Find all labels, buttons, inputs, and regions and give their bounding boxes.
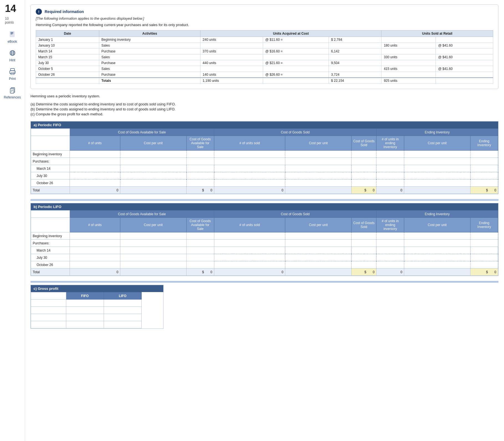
table-row-totals: Totals 1,190 units $ 22,154 925 units: [36, 78, 493, 84]
sidebar-item-references[interactable]: References: [4, 86, 21, 99]
lifo-row-oct26: October 26: [31, 261, 498, 268]
questions-list: (a) Determine the costs assigned to endi…: [30, 102, 498, 116]
hint-label: Hint: [9, 58, 15, 62]
points-label: 10 points: [0, 17, 25, 24]
sidebar-item-ebook[interactable]: eBook: [7, 30, 17, 44]
table-row: March 15 Sales 330 units @ $41.60: [36, 54, 493, 60]
svg-rect-9: [11, 69, 14, 71]
gp-row-4-yellow: [31, 321, 142, 328]
sidebar-item-print[interactable]: Print: [8, 67, 17, 81]
lifo-h-cgs: Cost of GoodsSold: [352, 218, 376, 232]
blue-divider-1: [30, 199, 498, 201]
info-box: ! Required information [The following in…: [30, 4, 498, 89]
book-icon: [8, 30, 17, 39]
fifo-col-group2: Cost of Goods Sold: [214, 129, 376, 136]
question-a: (a) Determine the costs assigned to endi…: [30, 102, 498, 106]
lifo-table: Cost of Goods Available for Sale Cost of…: [31, 210, 498, 276]
gp-fifo-header: FIFO: [66, 292, 104, 300]
lifo-col-group2: Cost of Goods Sold: [214, 211, 376, 218]
lifo-h-cpu3: Cost per unit: [404, 218, 470, 232]
lifo-row-total: Total 0 $ 0 0 $ 0 0 $ 0: [31, 268, 498, 276]
svg-rect-2: [11, 33, 13, 34]
lifo-row-july30: July 30: [31, 254, 498, 261]
page-wrapper: 14 10 points eBook: [0, 0, 504, 441]
fifo-col-group3: Ending Inventory: [376, 129, 498, 136]
svg-point-12: [14, 72, 14, 72]
fifo-row-july30: July 30: [31, 172, 498, 179]
gp-row-1: [31, 300, 142, 307]
references-label: References: [4, 95, 21, 99]
lifo-h-units: # of units: [70, 218, 120, 232]
gp-row-2: [31, 307, 142, 314]
table-row: October 5 Sales 415 units @ $41.60: [36, 66, 493, 72]
question-c: (c) Compute the gross profit for each me…: [30, 112, 498, 116]
col-activities: Activities: [99, 31, 200, 37]
table-row: January 10 Sales 180 units @ $41.60: [36, 43, 493, 49]
fifo-h-units-sold: # of units sold: [214, 136, 285, 151]
col-units-sold: Units Sold at Retail: [381, 31, 493, 37]
fifo-table: Cost of Goods Available for Sale Cost of…: [31, 128, 498, 194]
fifo-h-cpu2: Cost per unit: [285, 136, 352, 151]
table-row: October 26 Purchase 140 units @ $26.60 =…: [36, 72, 493, 78]
fifo-section: a) Periodic FIFO Cost of Goods Available…: [30, 121, 498, 194]
globe-icon: [8, 49, 17, 57]
page-number: 14: [0, 3, 25, 14]
lifo-h-ei: Ending Inventory: [470, 218, 498, 232]
lifo-col-group1: Cost of Goods Available for Sale: [70, 211, 214, 218]
col-units-acquired: Units Acquired at Cost: [200, 31, 381, 37]
gross-profit-title: c) Gross profit: [31, 285, 163, 292]
print-icon: [8, 67, 17, 76]
main-content: ! Required information [The following in…: [25, 0, 504, 441]
fifo-row-purchases-header: Purchases:: [31, 158, 498, 165]
fifo-row-oct26: October 26: [31, 179, 498, 187]
left-sidebar: 14 10 points eBook: [0, 0, 25, 441]
fifo-col-group1: Cost of Goods Available for Sale: [70, 129, 214, 136]
fifo-h-units: # of units: [70, 136, 120, 151]
lifo-title: b) Periodic LIFO: [31, 203, 498, 210]
periodic-note: Hemming uses a periodic inventory system…: [30, 94, 498, 98]
lifo-row-march14: March 14: [31, 247, 498, 254]
fifo-row-march14: March 14: [31, 165, 498, 172]
lifo-section: b) Periodic LIFO Cost of Goods Available…: [30, 203, 498, 276]
fifo-h-cpu3: Cost per unit: [404, 136, 470, 151]
info-icon: !: [36, 9, 42, 15]
lifo-h-units-ending: # of units in endinginventory: [376, 218, 404, 232]
fifo-h-units-ending: # of units in endinginventory: [376, 136, 404, 151]
required-title: Required information: [45, 9, 84, 14]
ebook-label: eBook: [7, 40, 17, 44]
lifo-row-purchases-header: Purchases:: [31, 240, 498, 247]
gross-profit-section: c) Gross profit FIFO LIFO: [30, 285, 164, 329]
gross-profit-table: FIFO LIFO: [31, 292, 142, 328]
fifo-h-cgas: Cost of GoodsAvailable for Sale: [186, 136, 214, 151]
question-b: (b) Determine the costs assigned to endi…: [30, 107, 498, 111]
lifo-h-cpu2: Cost per unit: [285, 218, 352, 232]
lifo-col-group3: Ending Inventory: [376, 211, 498, 218]
gp-lifo-header: LIFO: [104, 292, 141, 300]
print-label: Print: [9, 77, 16, 81]
table-row: July 30 Purchase 440 units @ $21.60 = 9,…: [36, 60, 493, 66]
fifo-row-beg-inv: Beginning inventory: [31, 151, 498, 158]
copy-icon: [8, 86, 17, 95]
blue-divider-2: [30, 281, 498, 283]
lifo-h-cgas: Cost of GoodsAvailable for Sale: [186, 218, 214, 232]
fifo-title: a) Periodic FIFO: [31, 121, 498, 128]
description: Hemming Company reported the following c…: [36, 23, 493, 27]
svg-rect-1: [11, 32, 13, 33]
fifo-h-cgs: Cost of GoodsSold: [352, 136, 376, 151]
fifo-h-cpu: Cost per unit: [120, 136, 186, 151]
fifo-row-total: Total 0 $ 0 0 $ 0 0 $ 0: [31, 187, 498, 194]
lifo-h-units-sold: # of units sold: [214, 218, 285, 232]
table-row: January 1 Beginning inventory 240 units …: [36, 37, 493, 43]
sidebar-item-hint[interactable]: Hint: [8, 49, 17, 62]
lifo-h-cpu: Cost per unit: [120, 218, 186, 232]
fifo-h-ei: Ending Inventory: [470, 136, 498, 151]
svg-rect-3: [11, 34, 12, 34]
col-date: Date: [36, 31, 99, 37]
table-row: March 14 Purchase 370 units @ $16.60 = 6…: [36, 49, 493, 54]
italic-note: [The following information applies to th…: [36, 16, 493, 21]
info-box-header: ! Required information: [36, 9, 493, 15]
lifo-row-beg-inv: Beginning inventory: [31, 232, 498, 240]
gp-row-3: [31, 314, 142, 321]
data-table: Date Activities Units Acquired at Cost U…: [36, 30, 493, 84]
